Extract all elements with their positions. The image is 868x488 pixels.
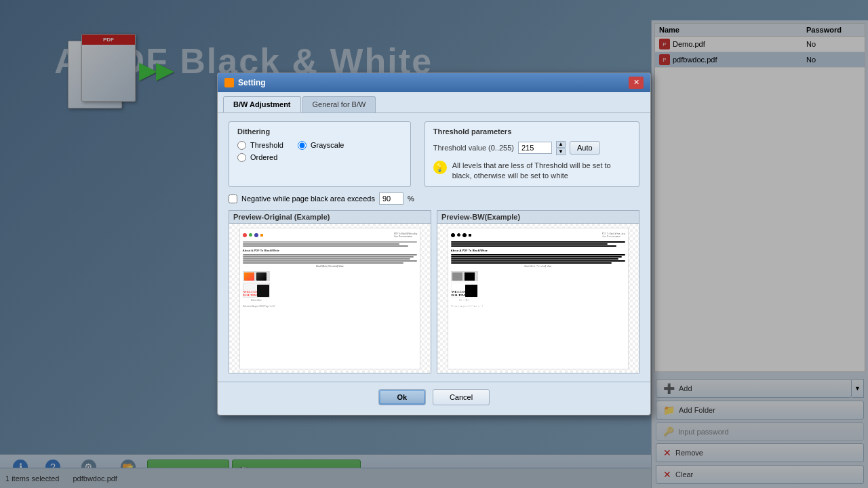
threshold-value-input[interactable] [518,142,552,154]
preview-original-box: Preview-Original (Example) [229,210,431,373]
preview-original-content: PDF To Black/White utilityUser Documenta… [229,224,431,373]
percent-sign: % [408,195,414,203]
ok-button[interactable]: Ok [378,389,426,405]
dithering-label: Dithering [237,127,402,136]
negative-checkbox-label[interactable]: Negative while page black area exceeds [241,195,375,203]
ordered-radio-row: Ordered [237,153,402,162]
modal-footer: Ok Cancel [218,382,650,415]
modal-content: Dithering Threshold Grayscale Ordered Th… [218,113,650,382]
info-row: 💡 All levels that are less of Threshold … [433,161,631,182]
pdf-original-preview: PDF To Black/White utilityUser Documenta… [240,228,420,369]
modal-title-bar: Setting ✕ [218,73,650,92]
threshold-value-row: Threshold value (0..255) ▲ ▼ Auto [433,141,631,155]
dithering-section: Dithering Threshold Grayscale Ordered [229,121,411,188]
setting-dialog: Setting ✕ B/W Adjustment General for B/W… [217,73,651,416]
tab-general[interactable]: General for B/W [302,96,376,113]
tab-bw-adjustment[interactable]: B/W Adjustment [223,96,301,113]
negative-checkbox-row: Negative while page black area exceeds % [229,192,639,205]
threshold-section: Threshold parameters Threshold value (0.… [425,121,639,188]
ordered-radio-label[interactable]: Ordered [250,153,277,161]
preview-bw-box: Preview-BW(Example) [437,210,639,373]
pdf-bw-preview: PDF To Black/White utilityUser Documenta… [448,228,628,369]
negative-threshold-input[interactable] [379,192,403,205]
info-icon: 💡 [433,161,447,174]
threshold-radio-row: Threshold Grayscale [237,141,402,150]
modal-close-button[interactable]: ✕ [629,77,644,89]
info-text: All levels that are less of Threshold wi… [452,161,631,182]
threshold-params-label: Threshold parameters [433,127,631,136]
modal-tabs: B/W Adjustment General for B/W [218,92,650,113]
preview-original-inner: PDF To Black/White utilityUser Documenta… [239,228,420,369]
threshold-radio[interactable] [237,141,246,150]
modal-title: Setting [238,78,266,87]
ordered-radio[interactable] [237,153,246,162]
top-section-row: Dithering Threshold Grayscale Ordered Th… [229,121,639,188]
modal-overlay: Setting ✕ B/W Adjustment General for B/W… [0,0,868,488]
cancel-button[interactable]: Cancel [433,389,490,405]
preview-original-title: Preview-Original (Example) [229,211,431,224]
grayscale-radio-label[interactable]: Grayscale [311,141,344,149]
threshold-radio-label[interactable]: Threshold [250,141,283,149]
auto-button[interactable]: Auto [570,141,600,155]
threshold-up-button[interactable]: ▲ [556,141,566,148]
preview-row: Preview-Original (Example) [229,210,639,373]
threshold-down-button[interactable]: ▼ [556,148,566,155]
threshold-value-label: Threshold value (0..255) [433,144,514,152]
preview-bw-content: PDF To Black/White utilityUser Documenta… [437,224,639,373]
grayscale-radio[interactable] [298,141,307,150]
negative-checkbox[interactable] [229,195,237,203]
threshold-spinners: ▲ ▼ [556,141,566,155]
preview-bw-inner: PDF To Black/White utilityUser Documenta… [448,228,629,369]
modal-title-icon [224,78,234,87]
preview-bw-title: Preview-BW(Example) [437,211,639,224]
